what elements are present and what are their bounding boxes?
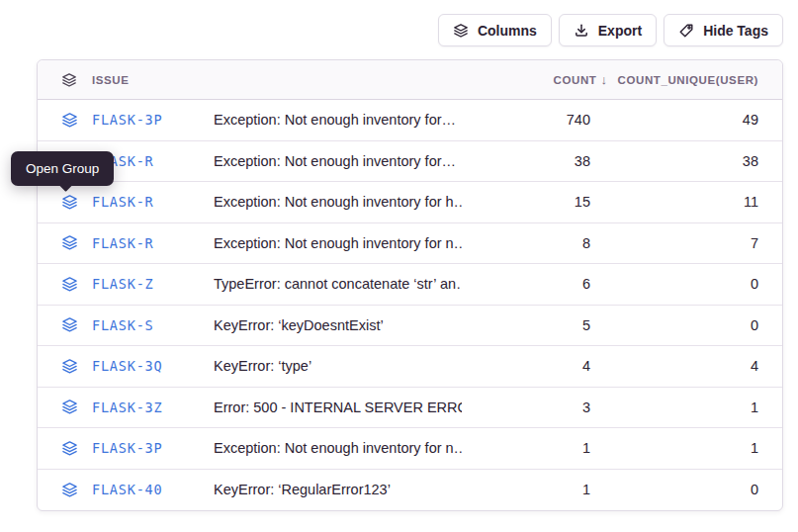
stack-icon [61, 72, 77, 88]
table-body: FLASK-3P Exception: Not enough inventory… [38, 100, 782, 510]
table-row: FLASK-3Z Error: 500 - INTERNAL SERVER ER… [38, 388, 782, 429]
export-button-label: Export [598, 23, 642, 39]
issue-title: Exception: Not enough inventory for n… [214, 235, 462, 251]
issues-table: ISSUE COUNT ↓ COUNT_UNIQUE(USER) FLASK-3… [37, 59, 783, 511]
count-unique-value: 1 [590, 399, 758, 415]
issue-cell: FLASK-Z [61, 276, 214, 293]
count-unique-value: 49 [590, 112, 758, 128]
open-group-icon[interactable] [61, 234, 78, 251]
table-row: FLASK-R Exception: Not enough inventory … [38, 141, 782, 183]
count-unique-column-label: COUNT_UNIQUE(USER) [618, 74, 758, 86]
issue-cell: FLASK-R [61, 234, 214, 251]
issue-title: Exception: Not enough inventory for… [214, 112, 462, 128]
open-group-icon[interactable] [61, 482, 78, 498]
issue-link[interactable]: FLASK-3P [92, 440, 162, 456]
issue-column-label: ISSUE [92, 74, 130, 86]
issue-link[interactable]: FLASK-R [92, 194, 154, 210]
issue-title: TypeError: cannot concatenate ‘str’ an… [214, 276, 462, 292]
open-group-tooltip: Open Group [11, 151, 114, 186]
count-column-header[interactable]: COUNT ↓ [462, 72, 590, 87]
table-row: FLASK-R Exception: Not enough inventory … [38, 182, 782, 223]
issue-title: Exception: Not enough inventory for… [214, 153, 462, 169]
issue-title: Exception: Not enough inventory for n… [214, 440, 462, 456]
issue-title: Exception: Not enough inventory for h… [214, 194, 462, 210]
issue-title: KeyError: ‘type’ [214, 358, 462, 374]
issue-link[interactable]: FLASK-R [92, 235, 154, 251]
open-group-tooltip-label: Open Group [26, 161, 99, 176]
count-unique-value: 38 [590, 153, 758, 169]
count-unique-value: 1 [590, 440, 758, 456]
count-unique-value: 0 [590, 276, 758, 292]
count-value: 6 [462, 276, 590, 292]
open-group-icon[interactable] [61, 316, 78, 333]
table-row: FLASK-3P Exception: Not enough inventory… [38, 100, 782, 141]
count-value: 1 [462, 482, 590, 497]
open-group-icon[interactable] [61, 276, 78, 293]
open-group-icon[interactable] [61, 194, 78, 211]
count-unique-value: 7 [590, 235, 758, 251]
table-row: FLASK-40 KeyError: ‘RegularError123’ 1 0 [38, 470, 782, 511]
issue-cell: FLASK-R [61, 194, 214, 211]
hide-tags-button[interactable]: Hide Tags [664, 14, 783, 46]
count-value: 5 [462, 317, 590, 333]
hide-tags-button-label: Hide Tags [703, 23, 768, 39]
issue-link[interactable]: FLASK-40 [92, 482, 162, 497]
open-group-icon[interactable] [61, 112, 78, 129]
issue-title: KeyError: ‘keyDoesntExist’ [214, 317, 462, 333]
count-unique-value: 11 [590, 194, 758, 210]
count-value: 4 [462, 358, 590, 374]
count-unique-value: 0 [590, 317, 758, 333]
issue-cell: FLASK-3Z [61, 399, 214, 415]
count-value: 3 [462, 399, 590, 415]
count-unique-column-header[interactable]: COUNT_UNIQUE(USER) [590, 74, 758, 86]
issue-link[interactable]: FLASK-3P [92, 112, 162, 128]
issue-cell: FLASK-3P [61, 112, 214, 129]
issue-title: KeyError: ‘RegularError123’ [214, 482, 462, 497]
table-row: FLASK-R Exception: Not enough inventory … [38, 223, 782, 265]
stack-icon [453, 23, 469, 39]
count-value: 15 [462, 194, 590, 210]
issue-link[interactable]: FLASK-3Z [92, 399, 162, 415]
table-row: FLASK-Z TypeError: cannot concatenate ‘s… [38, 264, 782, 306]
columns-button[interactable]: Columns [438, 14, 552, 46]
table-row: FLASK-3P Exception: Not enough inventory… [38, 428, 782, 470]
table-row: FLASK-S KeyError: ‘keyDoesntExist’ 5 0 [38, 306, 782, 347]
count-unique-value: 0 [590, 482, 758, 497]
tag-icon [678, 23, 694, 39]
table-row: FLASK-3Q KeyError: ‘type’ 4 4 [38, 346, 782, 388]
columns-button-label: Columns [478, 23, 537, 39]
count-unique-value: 4 [590, 358, 758, 374]
open-group-icon[interactable] [61, 440, 78, 457]
issue-link[interactable]: FLASK-3Q [92, 358, 162, 374]
count-value: 1 [462, 440, 590, 456]
issue-title: Error: 500 - INTERNAL SERVER ERROR [214, 399, 462, 415]
issue-cell: FLASK-S [61, 316, 214, 333]
toolbar: Columns Export Hide Tags [438, 14, 783, 46]
table-header-row: ISSUE COUNT ↓ COUNT_UNIQUE(USER) [38, 60, 782, 100]
issue-column-header[interactable]: ISSUE [61, 72, 214, 88]
issue-cell: FLASK-3P [61, 440, 214, 457]
issue-cell: FLASK-40 [61, 482, 214, 498]
issue-link[interactable]: FLASK-Z [92, 276, 154, 292]
open-group-icon[interactable] [61, 399, 78, 415]
count-value: 8 [462, 235, 590, 251]
open-group-icon[interactable] [61, 358, 78, 375]
download-icon [574, 23, 589, 39]
issue-cell: FLASK-3Q [61, 358, 214, 375]
export-button[interactable]: Export [559, 14, 657, 46]
count-value: 38 [462, 153, 590, 169]
count-value: 740 [462, 112, 590, 128]
issue-link[interactable]: FLASK-S [92, 317, 154, 333]
